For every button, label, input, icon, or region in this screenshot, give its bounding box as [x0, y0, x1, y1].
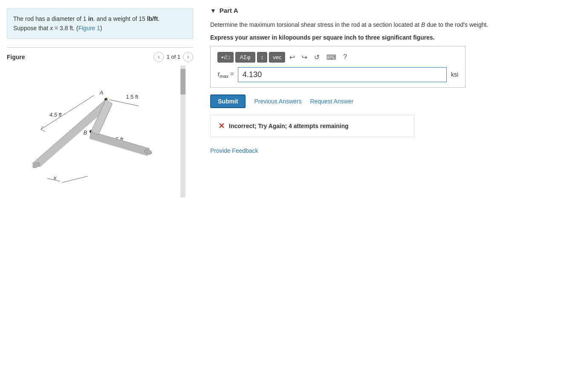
- figure-prev-button[interactable]: ‹: [154, 52, 164, 62]
- answer-input[interactable]: [238, 67, 447, 82]
- answer-unit: ksi: [451, 71, 458, 78]
- svg-text:B: B: [83, 129, 87, 136]
- part-header: ▼ Part A: [210, 7, 564, 14]
- provide-feedback-link[interactable]: Provide Feedback: [210, 147, 258, 154]
- answer-input-box: ▪√□ ΑΣφ ↕ vec ↩ ↪ ↺ ⌨ ? τmax = ksi: [210, 46, 465, 88]
- right-panel: ▼ Part A Determine the maximum torsional…: [200, 0, 574, 392]
- vec-button[interactable]: vec: [269, 52, 285, 63]
- figure-next-button[interactable]: ›: [183, 52, 193, 62]
- greek-symbols-button[interactable]: ΑΣφ: [235, 52, 255, 63]
- problem-text-line1: The rod has a diameter of 1 in. and a we…: [13, 15, 160, 22]
- redo-button[interactable]: ↪: [299, 52, 310, 63]
- feedback-box: ✕ Incorrect; Try Again; 4 attempts remai…: [210, 115, 414, 137]
- svg-text:A: A: [99, 89, 103, 96]
- svg-rect-19: [180, 69, 186, 94]
- figure-section: Figure ‹ 1 of 1 › 4.5 ft: [7, 47, 193, 197]
- figure1-link[interactable]: Figure 1: [78, 25, 100, 31]
- problem-description: Determine the maximum torsional shear st…: [210, 20, 542, 29]
- figure-title: Figure: [7, 54, 25, 60]
- problem-instruction: Express your answer in kilopounds per sq…: [210, 33, 542, 42]
- matrix-sqrt-button[interactable]: ▪√□: [217, 52, 234, 63]
- provide-feedback-row: Provide Feedback: [210, 147, 564, 154]
- part-title: Part A: [220, 7, 238, 14]
- action-row: Submit Previous Answers Request Answer: [210, 94, 564, 108]
- previous-answers-link[interactable]: Previous Answers: [254, 98, 301, 105]
- figure-nav: ‹ 1 of 1 ›: [154, 52, 193, 62]
- figure-nav-label: 1 of 1: [166, 54, 180, 60]
- left-panel: The rod has a diameter of 1 in. and a we…: [0, 0, 200, 392]
- problem-text-line2: Suppose that x = 3.8 ft. (Figure 1): [13, 25, 102, 31]
- figure-svg: 4.5 ft A 1.5 ft B 1.5 ft x: [7, 66, 186, 197]
- answer-label: τmax =: [217, 71, 234, 79]
- rod-lower-arm: [90, 132, 152, 156]
- submit-button[interactable]: Submit: [210, 94, 246, 108]
- undo-button[interactable]: ↩: [287, 52, 297, 63]
- svg-line-3: [41, 129, 45, 132]
- toolbar: ▪√□ ΑΣφ ↕ vec ↩ ↪ ↺ ⌨ ?: [217, 52, 458, 63]
- help-button[interactable]: ?: [340, 52, 349, 63]
- problem-info-box: The rod has a diameter of 1 in. and a we…: [7, 9, 193, 39]
- svg-text:1.5 ft: 1.5 ft: [126, 94, 138, 100]
- keyboard-button[interactable]: ⌨: [324, 52, 339, 63]
- request-answer-link[interactable]: Request Answer: [310, 98, 354, 105]
- answer-row: τmax = ksi: [217, 67, 458, 82]
- reset-button[interactable]: ↺: [311, 52, 322, 63]
- arrows-button[interactable]: ↕: [257, 52, 268, 63]
- feedback-text: Incorrect; Try Again; 4 attempts remaini…: [229, 123, 348, 129]
- collapse-icon[interactable]: ▼: [210, 7, 216, 14]
- figure-header: Figure ‹ 1 of 1 ›: [7, 52, 193, 62]
- svg-line-14: [62, 176, 88, 183]
- figure-scroll-area: 4.5 ft A 1.5 ft B 1.5 ft x: [7, 66, 186, 197]
- svg-text:4.5 ft: 4.5 ft: [49, 112, 62, 118]
- error-icon: ✕: [218, 121, 225, 131]
